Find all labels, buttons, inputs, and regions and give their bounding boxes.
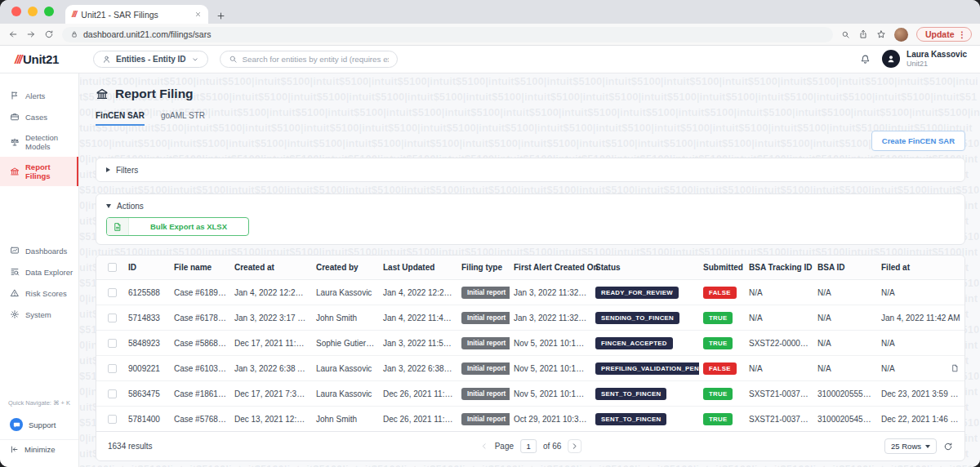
column-header: File name [170,256,230,280]
zoom-window-button[interactable] [44,7,54,16]
actions-header[interactable]: Actions [96,194,964,217]
main-content: intuit$5100|intuit$5100|intuit$5100|intu… [79,73,980,467]
browser-window: /// Unit21 - SAR Filings dashboard.unit2… [0,0,980,467]
cell-status: PREFILING_VALIDATION_PENDING [591,356,699,381]
sidebar-minimize-button[interactable]: Minimize [0,439,78,459]
search-icon [229,55,238,64]
logo-slashes-icon: /// [15,52,21,66]
chrome-update-button[interactable]: Update ⋮ [916,27,972,42]
column-header: First Alert Created On [510,256,591,280]
cell-submitted: TRUE [699,331,745,356]
row-checkbox[interactable] [108,415,117,424]
status-badge: READY_FOR_REVIEW [595,287,679,299]
filters-panel[interactable]: Filters [96,158,965,182]
column-header: Status [591,256,699,280]
reload-icon[interactable] [44,29,54,39]
row-checkbox[interactable] [108,389,117,398]
cell-bsa-tracking: SXST22-00000572 [745,331,813,356]
cell-status: SENT_TO_FINCEN [591,381,699,407]
unit21-logo[interactable]: /// Unit21 [15,52,82,66]
share-icon[interactable] [858,29,868,39]
sidebar-item-cases[interactable]: Cases [0,106,78,127]
sidebar-item-risk-scores[interactable]: Risk Scores [0,282,78,304]
cell-file-name: Case #5768234 [170,407,230,432]
bank-icon [10,167,20,176]
new-tab-button[interactable] [216,11,225,20]
sidebar-item-alerts[interactable]: Alerts [0,85,78,106]
sidebar-item-support[interactable]: Support [0,413,78,439]
sidebar-item-label: Detection Models [25,133,74,151]
cell-submitted: TRUE [699,381,745,407]
sidebar-item-label: System [25,310,51,319]
address-bar[interactable]: dashboard.unit21.com/filings/sars [62,27,833,42]
user-avatar[interactable] [882,50,900,68]
browser-profile-avatar[interactable] [894,28,908,42]
column-header: Created by [312,256,379,280]
cell-created-at: Jan 3, 2022 6:38 AM [230,356,312,381]
column-header: ID [124,256,170,280]
browser-tab[interactable]: /// Unit21 - SAR Filings [65,5,208,24]
sidebar-item-dashboards[interactable]: Dashboards [0,240,78,261]
notifications-bell-icon[interactable] [860,54,871,64]
tab-fincen-sar[interactable]: FinCEN SAR [96,111,145,126]
page-of-label: of 66 [543,442,561,451]
tab-goaml-str[interactable]: goAML STR [161,111,205,126]
back-icon[interactable] [8,29,18,39]
close-tab-icon[interactable] [194,11,202,18]
window-controls[interactable] [0,7,65,24]
submitted-badge: TRUE [703,337,733,349]
refresh-icon[interactable] [943,442,953,451]
entity-type-dropdown[interactable]: Entities - Entity ID [93,51,208,68]
pagination: Page of 66 [479,439,582,453]
cell-created-at: Dec 17, 2021 7:36 AM [230,381,312,407]
sidebar-item-detection-models[interactable]: Detection Models [0,127,78,157]
minimize-window-button[interactable] [28,7,38,16]
close-window-button[interactable] [11,7,21,16]
row-checkbox-cell [96,381,124,407]
search-icon[interactable] [841,30,850,39]
select-caret-icon [925,445,930,448]
forward-icon[interactable] [26,29,36,39]
rows-per-page-select[interactable]: 25 Rows [884,438,937,454]
bulk-export-button[interactable]: Bulk Export as XLSX [106,217,249,236]
scale-icon [10,137,20,147]
sidebar-item-label: Report Filings [25,162,72,180]
cell-bsa-id: N/A [813,305,877,331]
cell-bsa-tracking: N/A [745,305,813,331]
page-label: Page [495,442,514,451]
select-all-checkbox[interactable] [108,263,117,272]
support-chat-icon [10,418,23,431]
prev-page-icon[interactable] [479,442,488,451]
cell-filing-type: Initial report [457,356,510,381]
cell-filed-at: Jan 4, 2022 11:42 AM [877,305,964,331]
user-menu[interactable]: Laura Kassovic Unit21 [882,50,967,69]
cell-submitted: FALSE [699,356,745,381]
sidebar-item-report-filings[interactable]: Report Filings [0,157,78,186]
cell-filing-type: Initial report [457,407,510,432]
bookmark-star-icon[interactable] [876,29,886,39]
sidebar-item-system[interactable]: System [0,304,78,325]
explorer-icon [10,267,20,277]
page-number-input[interactable] [520,439,537,453]
cell-created-by: Sophie Gutierrez [312,331,379,356]
column-header: BSA Tracking ID [745,256,813,280]
sidebar-item-data-explorer[interactable]: Data Explorer [0,261,78,282]
cell-bsa-tracking: SXST21-00372265 [745,407,813,432]
next-page-icon[interactable] [568,439,581,453]
row-checkbox[interactable] [108,339,117,348]
cell-file-name: Case #6178817 [170,305,230,331]
results-count: 1634 results [108,442,152,451]
cell-filing-type: Initial report [457,331,510,356]
filing-type-badge: Initial report [461,362,510,375]
user-org: Unit21 [906,60,967,69]
row-checkbox[interactable] [108,314,117,322]
row-checkbox[interactable] [108,288,117,297]
entity-search[interactable] [220,51,398,68]
document-icon[interactable] [951,364,960,373]
cell-filing-type: Initial report [457,305,510,331]
entity-search-input[interactable] [243,55,389,64]
more-menu-icon[interactable]: ⋮ [958,29,967,39]
row-checkbox[interactable] [108,364,117,373]
submitted-badge: FALSE [703,287,737,299]
create-fincen-sar-button[interactable]: Create FinCEN SAR [871,131,965,151]
